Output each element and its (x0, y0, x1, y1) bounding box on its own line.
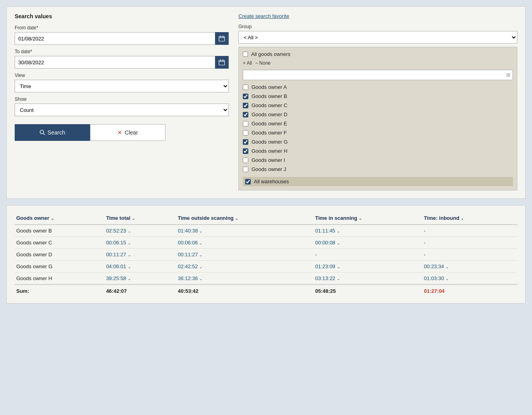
to-date-calendar-button[interactable] (215, 56, 229, 69)
group-select[interactable]: < All > (238, 31, 517, 44)
time-total-link[interactable]: 02:52:23 ⌄ (106, 228, 131, 234)
view-select[interactable]: Time Count (15, 80, 229, 92)
time-in-scanning-link[interactable]: 01:23:09 ⌄ (315, 263, 340, 269)
search-values-title: Search values (15, 13, 229, 19)
goods-owner-checkbox[interactable] (243, 121, 248, 127)
time-inbound-link[interactable]: 00:23:34 ⌄ (424, 263, 449, 269)
time-total-link[interactable]: 00:11:27 ⌄ (106, 252, 131, 257)
time-total-cell: 02:52:23 ⌄ (104, 225, 176, 237)
goods-owner-cell: Goods owner C (15, 237, 104, 249)
goods-owner-cell: Goods owner D (15, 249, 104, 261)
from-date-calendar-button[interactable] (215, 32, 229, 45)
list-item: Goods owner G (243, 138, 513, 146)
table-column-header-time_in_scanning[interactable]: Time in scanning ⌄ (313, 212, 422, 225)
list-item: Goods owner D (243, 111, 513, 118)
chevron-down-icon: ⌄ (337, 277, 340, 281)
chevron-down-icon: ⌄ (199, 277, 202, 281)
goods-owner-cell: Goods owner H (15, 273, 104, 285)
time-total-link[interactable]: 04:06:01 ⌄ (106, 263, 131, 269)
time-outside-scanning-cell: 00:11:27 ⌄ (176, 249, 313, 261)
select-all-button[interactable]: + All (243, 60, 252, 66)
time-inbound-link[interactable]: 01:03:30 ⌄ (424, 275, 449, 281)
to-date-group: To date* (15, 49, 229, 69)
list-item: Goods owner H (243, 147, 513, 155)
table-column-header-time_inbound[interactable]: Time: inbound ⌄ (423, 212, 517, 225)
list-item: Goods owner A (243, 83, 513, 91)
list-item: Goods owner B (243, 92, 513, 100)
all-goods-owners-checkbox[interactable] (243, 52, 248, 57)
time-outside-scanning-link[interactable]: 02:42:52 ⌄ (178, 263, 202, 269)
time-total-link[interactable]: 00:06:15 ⌄ (106, 240, 131, 246)
sum-time-in-scanning: 05:48:25 (313, 284, 422, 297)
dash-value: - (424, 252, 426, 257)
goods-owner-label: Goods owner H (252, 148, 287, 154)
to-date-input-row (15, 56, 229, 69)
time-outside-scanning-cell: 01:40:38 ⌄ (176, 225, 313, 237)
goods-owner-filter-input[interactable] (243, 72, 504, 78)
all-warehouses-label: All warehouses (254, 179, 289, 184)
sum-time-inbound: 01:27:04 (423, 284, 517, 297)
sort-arrow-icon: ⌄ (359, 216, 362, 221)
time-total-link[interactable]: 39:25:58 ⌄ (106, 275, 131, 281)
all-warehouses-checkbox[interactable] (245, 179, 251, 184)
goods-owner-checkbox[interactable] (243, 158, 248, 163)
goods-owner-label: Goods owner E (252, 121, 287, 127)
table-row: Goods owner D00:11:27 ⌄00:11:27 ⌄-- (15, 249, 517, 261)
right-section: Create search favorite Group < All > All… (238, 13, 517, 190)
table-column-header-time_outside_scanning[interactable]: Time outside scanning ⌄ (176, 212, 313, 225)
chevron-down-icon: ⌄ (337, 265, 340, 269)
chevron-down-icon: ⌄ (446, 265, 449, 269)
time-outside-scanning-cell: 02:42:52 ⌄ (176, 261, 313, 273)
search-icon (40, 130, 45, 135)
goods-owner-checkbox[interactable] (243, 103, 248, 108)
create-search-favorite-link[interactable]: Create search favorite (238, 13, 517, 19)
select-none-button[interactable]: − None (255, 60, 271, 66)
time-in-scanning-link[interactable]: 00:00:08 ⌄ (315, 240, 340, 246)
svg-rect-0 (219, 37, 225, 41)
chevron-down-icon: ⌄ (128, 265, 131, 269)
goods-owner-checkbox[interactable] (243, 94, 248, 99)
search-button[interactable]: Search (15, 124, 90, 141)
time-in-scanning-link[interactable]: 03:13:22 ⌄ (315, 275, 340, 281)
chevron-down-icon: ⌄ (199, 265, 202, 269)
goods-owner-label: Goods owner G (252, 139, 288, 145)
sum-row: Sum:46:42:0740:53:4205:48:2501:27:04 (15, 284, 517, 297)
chevron-down-icon: ⌄ (128, 229, 131, 233)
goods-owner-filter-row: ⊞ (243, 70, 513, 80)
goods-owner-checkbox[interactable] (243, 167, 248, 172)
time-outside-scanning-cell: 00:06:06 ⌄ (176, 237, 313, 249)
time-in-scanning-link[interactable]: 01:11:45 ⌄ (315, 228, 340, 234)
filter-icon: ⊞ (504, 72, 513, 78)
time-in-scanning-cell: 01:23:09 ⌄ (313, 261, 422, 273)
table-column-header-goods_owner[interactable]: Goods owner ⌄ (15, 212, 104, 225)
time-outside-scanning-cell: 36:12:36 ⌄ (176, 273, 313, 285)
svg-point-8 (40, 130, 44, 134)
from-date-input[interactable] (15, 36, 215, 42)
goods-owner-checkbox[interactable] (243, 112, 248, 117)
sort-arrow-icon: ⌄ (461, 216, 464, 221)
time-outside-scanning-link[interactable]: 36:12:36 ⌄ (178, 275, 202, 281)
time-outside-scanning-link[interactable]: 01:40:38 ⌄ (178, 228, 202, 234)
goods-owner-checkbox[interactable] (243, 148, 248, 154)
time-inbound-cell: - (423, 225, 517, 237)
show-group: Show Count Sum Average (15, 96, 229, 116)
time-inbound-cell: 01:03:30 ⌄ (423, 273, 517, 285)
time-outside-scanning-link[interactable]: 00:11:27 ⌄ (178, 252, 202, 257)
time-outside-scanning-link[interactable]: 00:06:06 ⌄ (178, 240, 202, 246)
time-in-scanning-cell: 00:00:08 ⌄ (313, 237, 422, 249)
view-group: View Time Count (15, 73, 229, 92)
goods-owner-checkbox[interactable] (243, 130, 248, 136)
table-row: Goods owner C00:06:15 ⌄00:06:06 ⌄00:00:0… (15, 237, 517, 249)
table-column-header-time_total[interactable]: Time total ⌄ (104, 212, 176, 225)
show-label: Show (15, 96, 229, 102)
goods-owner-label: Goods owner I (252, 157, 285, 163)
all-warehouses-row: All warehouses (243, 177, 513, 186)
goods-owners-box: All goods owners + All − None ⊞ Goods ow… (238, 47, 517, 190)
goods-owner-checkbox[interactable] (243, 85, 248, 90)
goods-owner-label: Goods owner B (252, 93, 287, 99)
goods-owner-checkbox[interactable] (243, 139, 248, 145)
show-select[interactable]: Count Sum Average (15, 104, 229, 116)
to-date-input[interactable] (15, 60, 215, 65)
all-goods-owners-row: All goods owners (243, 51, 513, 57)
clear-button[interactable]: ✕ Clear (90, 124, 165, 141)
